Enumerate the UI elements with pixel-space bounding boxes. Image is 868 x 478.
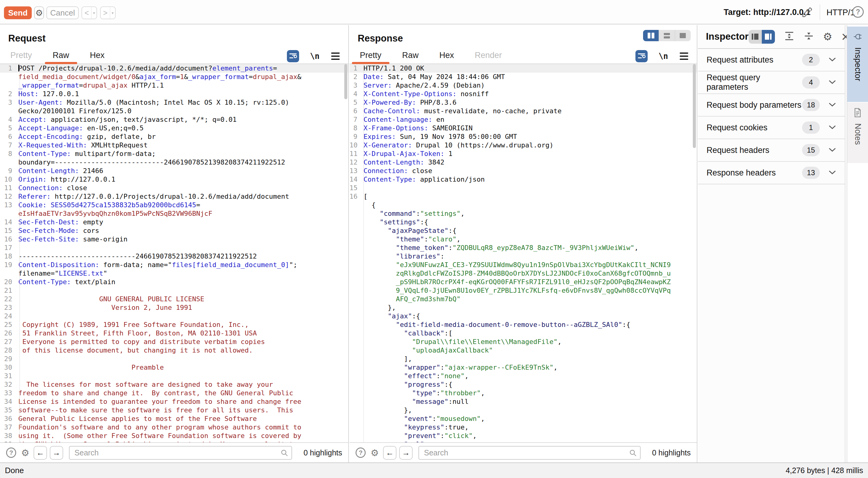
line-number	[0, 269, 16, 278]
status-message: Done	[5, 466, 24, 475]
line-number: 10	[349, 141, 361, 150]
inspector-panel: Inspector ⚙ × Request attributes2Request…	[698, 25, 845, 462]
code-line: 2Host: 127.0.0.1	[0, 90, 348, 98]
history-back-button[interactable]: < ▾	[82, 6, 97, 19]
rail-tab-notes[interactable]: Notes	[847, 102, 868, 163]
code-line: "settings":{	[349, 218, 697, 227]
http-version-label[interactable]: HTTP/1	[827, 8, 855, 18]
collapse-all-icon[interactable]	[804, 31, 814, 42]
send-settings-button[interactable]: ⚙	[34, 6, 44, 19]
layout-single-button[interactable]	[675, 30, 691, 41]
dock-right-button[interactable]	[762, 30, 775, 43]
chevron-down-icon[interactable]	[828, 125, 836, 131]
search-settings-icon[interactable]: ⚙	[21, 447, 29, 458]
gutter-separator	[20, 64, 20, 442]
response-scrollbar[interactable]	[693, 64, 696, 148]
code-line: 32 The licenses for most software are de…	[0, 380, 348, 389]
inspector-section-request-headers[interactable]: Request headers15	[698, 139, 845, 162]
inspector-section-response-headers[interactable]: Response headers13	[698, 162, 845, 184]
word-wrap-toggle-icon[interactable]	[287, 50, 299, 62]
code-text: Copyright (C) 1989, 1991 Free Software F…	[16, 321, 249, 329]
line-number: 18	[0, 252, 16, 261]
line-number	[349, 389, 361, 397]
search-next-button[interactable]: →	[50, 446, 63, 460]
chevron-down-icon[interactable]	[828, 147, 836, 153]
search-next-button[interactable]: →	[399, 446, 413, 460]
code-text: "edit-field-media-document-0-remove-butt…	[361, 321, 630, 329]
line-number: 13	[0, 201, 16, 209]
code-line: 39the GNU Library General Public License…	[0, 440, 348, 442]
line-number: 2	[349, 73, 361, 81]
cancel-button[interactable]: Cancel	[46, 6, 79, 19]
history-forward-button[interactable]: > ▾	[100, 6, 116, 19]
show-newlines-icon[interactable]: \n	[310, 52, 319, 61]
search-prev-button[interactable]: ←	[34, 446, 47, 460]
tab-raw[interactable]: Raw	[394, 47, 427, 63]
code-text: },	[361, 303, 396, 312]
code-line: 25 Copyright (C) 1989, 1991 Free Softwar…	[0, 321, 348, 329]
dock-left-button[interactable]	[749, 30, 762, 43]
code-text: Gecko/20100101 Firefox/125.0	[16, 107, 131, 115]
code-line: eIsHfaaETVr3av95yvbqQhzn0kom1P5wPcNSqB2V…	[0, 209, 348, 218]
request-scrollbar[interactable]	[344, 64, 347, 99]
editor-menu-icon[interactable]	[331, 53, 340, 60]
edit-target-icon[interactable]	[802, 7, 812, 18]
code-line: 30 Preamble	[0, 363, 348, 372]
inspector-section-request-attributes[interactable]: Request attributes2	[698, 49, 845, 71]
section-count-badge: 2	[802, 54, 820, 66]
word-wrap-toggle-icon[interactable]	[636, 50, 648, 62]
line-number: 13	[349, 167, 361, 175]
inspector-section-request-body-parameters[interactable]: Request body parameters18	[698, 94, 845, 117]
code-line: "prevent":"click",	[349, 431, 697, 440]
tab-raw[interactable]: Raw	[44, 47, 78, 63]
expand-all-icon[interactable]	[784, 31, 795, 42]
request-search-input[interactable]	[69, 446, 292, 460]
line-number	[349, 303, 361, 312]
code-text: "eJx9UNFuwzAI_CE3-YZ9SUUIWdmw8Qyu1n19nSp…	[361, 261, 671, 269]
code-text: Referer: http://127.0.0.1/Projects/drupa…	[16, 192, 289, 201]
tab-pretty[interactable]: Pretty	[351, 47, 390, 63]
code-line: 6Accept-Encoding: gzip, deflate, br	[0, 132, 348, 141]
code-line: {	[349, 201, 697, 209]
chevron-down-icon[interactable]	[828, 57, 836, 63]
search-help-icon[interactable]: ?	[355, 447, 366, 458]
line-number: 15	[349, 184, 361, 192]
tab-hex[interactable]: Hex	[431, 47, 463, 63]
show-newlines-icon[interactable]: \n	[659, 52, 668, 61]
help-icon[interactable]: ?	[852, 6, 864, 18]
inspector-section-request-cookies[interactable]: Request cookies1	[698, 117, 845, 139]
search-help-icon[interactable]: ?	[6, 447, 16, 458]
layout-rows-button[interactable]	[659, 30, 675, 41]
line-number: 29	[0, 355, 16, 363]
code-line: field_media_document/widget/0&ajax_form=…	[0, 73, 348, 81]
response-editor[interactable]: 1HTTP/1.1 200 OK2Date: Sat, 04 May 2024 …	[349, 64, 697, 442]
response-search-input[interactable]	[418, 446, 640, 460]
chevron-down-icon[interactable]	[828, 170, 836, 176]
line-number: 12	[0, 192, 16, 201]
layout-columns-button[interactable]	[643, 30, 659, 41]
chevron-down-icon[interactable]	[828, 102, 836, 108]
code-text: [	[361, 192, 368, 201]
code-text: Cache-Control: must-revalidate, no-cache…	[361, 107, 562, 115]
code-line: 16Sec-Fetch-Site: same-origin	[0, 235, 348, 244]
code-line: 1HTTP/1.1 200 OK	[349, 64, 697, 73]
request-editor[interactable]: 1POST /Projects/drupal-10.2.6/media/add/…	[0, 64, 348, 442]
search-settings-icon[interactable]: ⚙	[371, 447, 379, 458]
line-number: 15	[0, 227, 16, 235]
request-tabbar: PrettyRawHex \n	[0, 47, 348, 64]
editor-menu-icon[interactable]	[680, 53, 688, 60]
inspector-plug-icon	[853, 32, 862, 42]
inspector-section-request-query-parameters[interactable]: Request query parameters4	[698, 71, 845, 94]
code-line: 37Foundation's software and to any other…	[0, 423, 348, 431]
code-text: "wrapper":"ajax-wrapper--CFoEkE9TnSk",	[361, 363, 558, 372]
send-button[interactable]: Send	[4, 6, 32, 19]
back-dropdown-icon[interactable]: ▾	[91, 7, 96, 19]
rail-tab-inspector[interactable]: Inspector	[847, 27, 868, 102]
line-number	[349, 346, 361, 355]
tab-hex[interactable]: Hex	[82, 47, 113, 63]
search-prev-button[interactable]: ←	[383, 446, 397, 460]
forward-dropdown-icon[interactable]: ▾	[110, 7, 115, 19]
code-text: General Public License applies to most o…	[16, 415, 257, 423]
inspector-settings-icon[interactable]: ⚙	[823, 31, 832, 43]
chevron-down-icon[interactable]	[828, 80, 836, 86]
